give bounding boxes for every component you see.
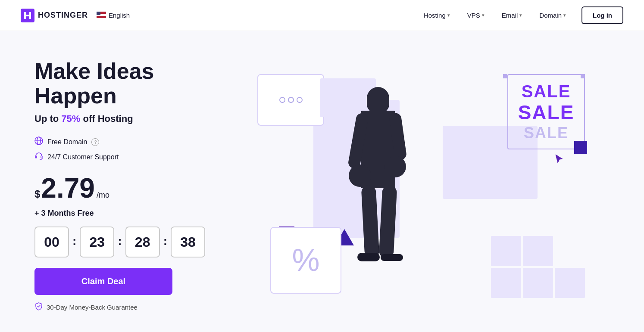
person-figure: [348, 87, 408, 294]
figure-hand-right: [385, 156, 406, 177]
browser-dot-2: [288, 97, 294, 103]
grid-cell-5: [523, 268, 553, 298]
language-selector[interactable]: English: [97, 12, 130, 19]
figure-helmet: [349, 164, 371, 187]
price-period: /mo: [97, 191, 109, 200]
nav-item-hosting[interactable]: Hosting ▾: [417, 8, 457, 22]
chevron-down-icon: ▾: [519, 12, 522, 18]
price-section: $ 2.79 /mo: [34, 174, 233, 202]
time-separator-3: :: [160, 234, 171, 248]
percent-symbol: %: [292, 245, 319, 276]
svg-rect-8: [35, 156, 37, 158]
price-row: $ 2.79 /mo: [34, 174, 233, 202]
countdown-seconds: 28: [125, 227, 160, 258]
main-content: Make Ideas Happen Up to 75% off Hosting …: [0, 31, 644, 332]
hero-person: [322, 70, 434, 294]
chevron-down-icon: ▾: [447, 12, 450, 18]
hero-subheadline: Up to 75% off Hosting: [34, 113, 233, 124]
hero-headline: Make Ideas Happen: [34, 59, 233, 108]
figure-leg-left: [361, 185, 380, 259]
grid-cell-6: [555, 268, 585, 298]
features-list: Free Domain ? 24/7 Customer Support: [34, 137, 233, 162]
feature-support: 24/7 Customer Support: [34, 152, 233, 162]
price-currency: $: [34, 189, 40, 199]
shield-icon: [34, 302, 43, 313]
sale-box: SALE SALE SALE: [507, 74, 585, 149]
browser-dot-1: [279, 97, 285, 103]
dark-square-top-right: [574, 141, 587, 154]
free-months-label: + 3 Months Free: [34, 209, 233, 218]
sale-text-3: SALE: [524, 124, 569, 142]
browser-decoration: [257, 74, 324, 126]
logo[interactable]: HOSTINGER: [21, 9, 88, 22]
browser-dot-3: [297, 97, 303, 103]
figure-leg-right: [379, 185, 397, 259]
logo-text: HOSTINGER: [38, 11, 88, 20]
grid-cell-3: [555, 236, 585, 266]
nav-item-vps[interactable]: VPS ▾: [460, 8, 491, 22]
flag-icon: [97, 12, 106, 19]
guarantee-text: 30-Day Money-Back Guarantee: [34, 302, 233, 313]
sale-text-2: SALE: [518, 101, 575, 124]
countdown-frames: 38: [171, 227, 205, 258]
sale-text-1: SALE: [522, 81, 571, 101]
grid-cell-4: [491, 268, 521, 298]
countdown-timer: 00 : 23 : 28 : 38: [34, 227, 233, 258]
guarantee-label: 30-Day Money-Back Guarantee: [47, 304, 138, 311]
claim-deal-button[interactable]: Claim Deal: [34, 268, 172, 295]
chevron-down-icon: ▾: [563, 12, 566, 18]
grid-decoration: [491, 236, 585, 298]
figure-foot-right: [381, 254, 403, 261]
nav-item-email[interactable]: Email ▾: [495, 8, 529, 22]
time-separator-1: :: [69, 234, 80, 248]
feature-free-domain: Free Domain ?: [34, 137, 233, 147]
grid-cell-1: [491, 236, 521, 266]
time-separator-2: :: [114, 234, 125, 248]
price-amount: 2.79: [41, 174, 95, 202]
figure-foot-left: [357, 253, 380, 261]
hero-left: Make Ideas Happen Up to 75% off Hosting …: [34, 59, 233, 313]
cursor-icon: [555, 154, 564, 168]
navbar-right: Hosting ▾ VPS ▾ Email ▾ Domain ▾ Log in: [417, 6, 623, 24]
support-label: 24/7 Customer Support: [47, 153, 119, 161]
login-button[interactable]: Log in: [581, 6, 623, 24]
globe-icon: [34, 137, 43, 147]
svg-rect-9: [41, 156, 42, 158]
language-label: English: [109, 12, 130, 19]
corner-tr: [503, 74, 507, 78]
chevron-down-icon: ▾: [482, 12, 485, 18]
figure-head: [367, 87, 389, 113]
svg-rect-4: [97, 12, 100, 15]
nav-item-domain[interactable]: Domain ▾: [532, 8, 573, 22]
hero-illustration: SALE SALE SALE %: [233, 65, 610, 307]
svg-rect-3: [97, 16, 106, 18]
navbar: HOSTINGER English Hosting ▾ VPS ▾ Email: [0, 0, 644, 31]
headset-icon: [34, 152, 43, 162]
illustration-wrapper: SALE SALE SALE %: [253, 70, 589, 302]
corner-tl: [581, 74, 585, 78]
free-domain-label: Free Domain: [47, 138, 87, 146]
info-icon[interactable]: ?: [91, 138, 99, 146]
grid-cell-2: [523, 236, 553, 266]
logo-icon: [21, 9, 34, 22]
countdown-hours: 00: [34, 227, 69, 258]
countdown-minutes: 23: [80, 227, 114, 258]
navbar-left: HOSTINGER English: [21, 9, 130, 22]
